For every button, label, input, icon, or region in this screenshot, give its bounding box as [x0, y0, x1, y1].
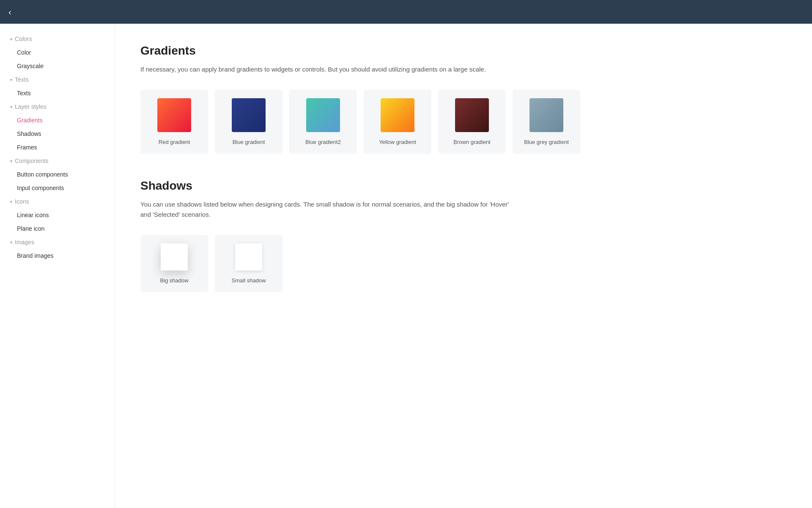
brown-gradient-swatch	[455, 98, 489, 132]
gradients-section: GradientsIf necessary, you can apply bra…	[140, 44, 787, 154]
shadows-title: Shadows	[140, 179, 787, 193]
chevron-icon: ▾	[10, 105, 12, 109]
sidebar-section-images[interactable]: ▾Images	[0, 235, 115, 249]
main-content: GradientsIf necessary, you can apply bra…	[115, 24, 812, 508]
gradient-label: Red gradient	[159, 139, 190, 145]
chevron-icon: ▾	[10, 159, 12, 163]
gradients-title: Gradients	[140, 44, 787, 58]
chevron-icon: ▾	[10, 240, 12, 245]
big-shadow-box	[161, 243, 188, 271]
small-shadow-box	[235, 243, 262, 271]
sidebar-item-button-components[interactable]: Button components	[0, 168, 115, 181]
sidebar-section-colors[interactable]: ▾Colors	[0, 32, 115, 46]
shadow-label: Big shadow	[160, 277, 188, 284]
topbar: ‹	[0, 0, 812, 24]
gradient-label: Blue gradient2	[305, 139, 341, 145]
sidebar-item-input-components[interactable]: Input components	[0, 181, 115, 195]
gradient-card: Yellow gradient	[364, 90, 431, 154]
gradient-card: Red gradient	[140, 90, 208, 154]
gradient-label: Blue grey gradient	[524, 139, 569, 145]
sidebar-item-grayscale[interactable]: Grayscale	[0, 59, 115, 73]
chevron-icon: ▾	[10, 37, 12, 41]
chevron-icon: ▾	[10, 199, 12, 204]
red-gradient-swatch	[157, 98, 191, 132]
sidebar-section-layer-styles[interactable]: ▾Layer styles	[0, 100, 115, 113]
gradient-label: Brown gradient	[453, 139, 490, 145]
shadow-card-small: Small shadow	[215, 235, 283, 292]
layout: ▾ColorsColorGrayscale▾TextsTexts▾Layer s…	[0, 24, 812, 508]
gradients-row: Red gradientBlue gradientBlue gradient2Y…	[140, 90, 787, 154]
sidebar-item-plane-icon[interactable]: Plane icon	[0, 222, 115, 235]
sidebar-item-texts[interactable]: Texts	[0, 86, 115, 100]
sidebar-section-icons[interactable]: ▾Icons	[0, 195, 115, 208]
sidebar-item-color[interactable]: Color	[0, 46, 115, 59]
sidebar-item-brand-images[interactable]: Brand images	[0, 249, 115, 262]
gradient-card: Blue gradient2	[289, 90, 357, 154]
sidebar: ▾ColorsColorGrayscale▾TextsTexts▾Layer s…	[0, 24, 115, 508]
gradient-card: Brown gradient	[438, 90, 506, 154]
gradient-label: Yellow gradient	[379, 139, 416, 145]
sidebar-section-texts[interactable]: ▾Texts	[0, 73, 115, 86]
blue-gradient-swatch	[232, 98, 266, 132]
sidebar-section-components[interactable]: ▾Components	[0, 154, 115, 168]
back-icon[interactable]: ‹	[8, 7, 11, 17]
shadows-section: ShadowsYou can use shadows listed below …	[140, 179, 787, 292]
sidebar-item-frames[interactable]: Frames	[0, 141, 115, 154]
chevron-icon: ▾	[10, 77, 12, 82]
sidebar-item-gradients[interactable]: Gradients	[0, 113, 115, 127]
sidebar-item-linear-icons[interactable]: Linear icons	[0, 208, 115, 222]
sidebar-item-shadows[interactable]: Shadows	[0, 127, 115, 141]
shadow-label: Small shadow	[232, 277, 266, 284]
gradient-card: Blue grey gradient	[513, 90, 580, 154]
shadows-row: Big shadowSmall shadow	[140, 235, 787, 292]
blue-gradient2-swatch	[306, 98, 340, 132]
gradient-card: Blue gradient	[215, 90, 283, 154]
gradient-label: Blue gradient	[233, 139, 265, 145]
yellow-gradient-swatch	[381, 98, 414, 132]
gradients-description: If necessary, you can apply brand gradie…	[140, 64, 521, 75]
shadow-card-big: Big shadow	[140, 235, 208, 292]
blue-grey-gradient-swatch	[529, 98, 563, 132]
shadows-description: You can use shadows listed below when de…	[140, 199, 521, 220]
